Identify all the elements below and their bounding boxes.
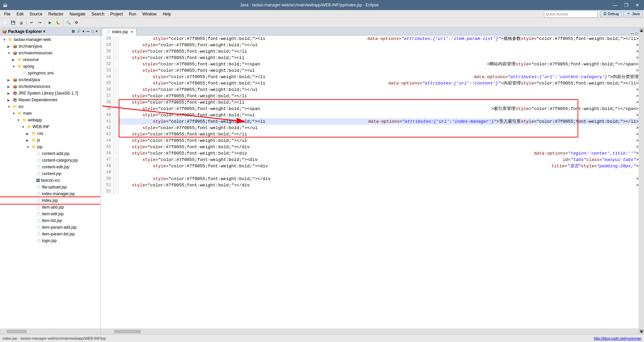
toolbar-debug[interactable]: 🐛 [54,19,62,26]
tree-icon: 📄 [36,219,41,223]
tree-label: item-list.jsp [42,218,62,223]
code-line: 33 · style="color:#7f0055;font-weight:bo… [101,67,639,74]
tree-item[interactable]: ▶📦src/test/resources [0,83,100,90]
minimize-panel-icon[interactable]: — [86,29,90,34]
toolbar-new[interactable]: 📄 [1,19,9,26]
line-number: 48 [101,163,114,169]
java-perspective-button[interactable]: ☕ Java [623,11,643,17]
menu-project[interactable]: Project [108,11,125,17]
line-number: 43 [101,131,114,137]
code-line: 41 style="color:#7f0055;font-weight:bold… [101,118,639,125]
tree-icon: 📄 [36,152,41,156]
editor-area[interactable]: 28 style="color:#7f0055;font-weight:bold… [101,36,639,329]
tree-item[interactable]: ▼📁taotao-manager-web [0,36,100,43]
line-content: style="color:#7f0055;font-weight:bold;">… [119,93,636,99]
tree-label: main [23,111,32,116]
minimize-button[interactable]: — [611,2,620,8]
tree-item[interactable]: ▶📁css [0,130,100,137]
tree-label: login.jsp [42,238,57,243]
link-with-editor-icon[interactable]: 🔗 [76,29,81,34]
tree-item[interactable]: 📄item-param-add.jsp [0,224,100,231]
line-marker: · [114,112,119,118]
tree-item[interactable]: 📄index-manager.jsp [0,190,100,197]
maximize-editor-icon[interactable]: □ [635,32,637,35]
line-number: 41 [101,118,114,125]
minimize-editor-icon[interactable]: — [631,32,634,35]
scroll-down-arrow[interactable]: ▼ [640,329,644,333]
menu-edit[interactable]: Edit [14,11,26,17]
toolbar-run[interactable]: ▶ [46,19,54,26]
tree-item[interactable]: 📄content-edit.jsp [0,164,100,170]
code-line: 35 style="color:#7f0055;font-weight:bold… [101,80,639,87]
debug-perspective-button[interactable]: ☰ Debug [600,11,622,17]
tree-item[interactable]: ▶📁js [0,137,100,144]
menu-run[interactable]: Run [126,11,139,17]
tab-close-icon[interactable]: × [130,30,133,34]
line-number: 33 [101,67,114,74]
quick-access-input[interactable] [544,11,598,17]
tree-item[interactable]: 📄item-param-list.jsp [0,231,100,237]
tree-item[interactable]: 📄item-edit.jsp [0,211,100,217]
tree-item[interactable]: 📄content.jsp [0,170,100,177]
tree-item[interactable]: ▶📚Maven Dependencies [0,97,100,103]
menu-navigate[interactable]: Navigate [67,11,88,17]
toolbar-print[interactable]: 🖨 [17,19,25,26]
tree-item[interactable]: ▶📁resource [0,56,100,63]
tree-item[interactable]: ▶📚JRE System Library [JavaSE-1.7] [0,90,100,97]
line-number: 39 [101,106,114,112]
tree-horizontal-scroll[interactable] [0,329,100,334]
editor-horizontal-scroll[interactable] [101,329,639,334]
tree-icon: 📄 [36,165,41,169]
tree-item[interactable]: 📄index.jsp [0,197,100,204]
line-marker: · [114,67,119,74]
tree-item[interactable]: 📄content-add.jsp [0,150,100,157]
line-marker: · [114,163,119,169]
tree-label: springmvc.xml [28,71,54,75]
menu-help[interactable]: Help [160,11,174,17]
toolbar-undo[interactable]: ↩ [28,19,35,26]
menu-source[interactable]: Source [27,11,45,17]
tree-item[interactable]: ▶📦src/main/java [0,43,100,50]
code-line: 45 style="color:#7f0055;font-weight:bold… [101,144,639,150]
collapse-all-icon[interactable]: ⊟ [71,29,75,34]
window-title: Java - taotao-manager-web/src/main/webap… [240,3,379,7]
tree-item[interactable]: 📄item-list.jsp [0,217,100,224]
tree-item[interactable]: 📄content-category.jsp [0,157,100,164]
tree-icon: 📦 [13,44,17,49]
line-marker: · [114,157,119,163]
maximize-button[interactable]: ❐ [622,2,631,8]
menu-refactor[interactable]: Refactor [46,11,66,17]
close-panel-icon[interactable]: × [95,29,98,34]
tree-item[interactable]: ▼📁jsp [0,144,100,150]
view-menu-icon[interactable]: ▾ [82,29,85,34]
tree-item[interactable]: ▶📦src/test/java [0,76,100,83]
menu-window[interactable]: Window [140,11,159,17]
menu-search[interactable]: Search [89,11,107,17]
toolbar-save[interactable]: 💾 [9,19,17,26]
tree-item[interactable]: ▼📁webapp [0,117,100,123]
scroll-up-arrow[interactable]: ▲ [640,28,644,32]
maximize-panel-icon[interactable]: □ [91,29,94,34]
editor-tab-index-jsp[interactable]: 📄 index.jsp × [102,28,137,36]
toolbar-search[interactable]: 🔍 [65,19,72,26]
close-button[interactable]: ✕ [633,2,641,8]
tree-icon: 📁 [32,145,36,149]
tree-icon: 📦 [13,51,17,55]
tree-item[interactable]: ▼📁main [0,110,100,117]
tree-icon: 📄 [36,232,41,236]
menu-file[interactable]: File [1,11,13,17]
toolbar-settings[interactable]: ⚙ [73,19,80,26]
tree-item[interactable]: 📄file-upload.jsp [0,184,100,190]
tree-item[interactable]: 📄springmvc.xml [0,70,100,76]
tree-item[interactable]: ▼📁WEB-INF [0,123,100,130]
tree-item[interactable]: ▼📦src/main/resources [0,50,100,56]
tree-item[interactable]: 📄login.jsp [0,237,100,244]
toolbar-sep-2 [45,19,45,26]
line-content: style="color:#7f0055;font-weight:bold;">… [119,48,636,55]
toolbar-redo[interactable]: ↪ [36,19,43,26]
tree-item[interactable]: 🖼favicon.ico [0,177,100,184]
tree-item[interactable]: 📄item-add.jsp [0,204,100,211]
tree-item[interactable]: ▼📁spring [0,63,100,70]
tree-item[interactable]: ▼📁src [0,103,100,110]
line-number: 44 [101,137,114,144]
